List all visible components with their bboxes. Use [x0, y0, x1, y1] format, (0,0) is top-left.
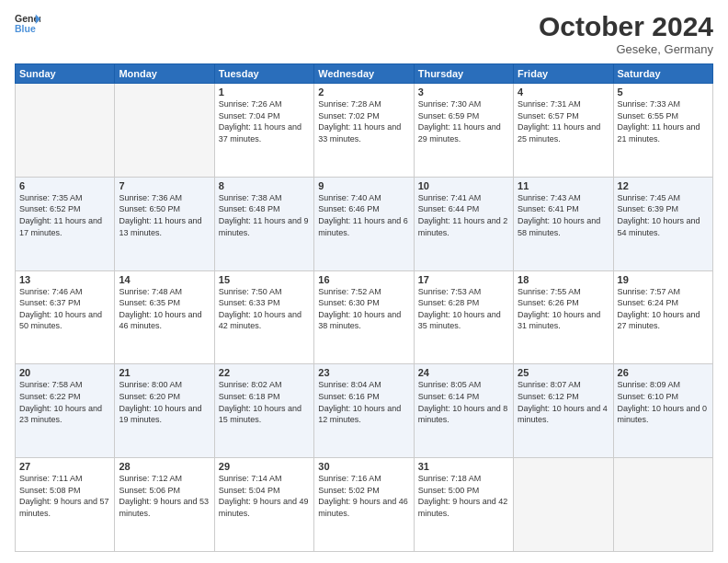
day-number: 4	[518, 86, 609, 98]
day-number: 5	[618, 86, 709, 98]
calendar: SundayMondayTuesdayWednesdayThursdayFrid…	[15, 63, 713, 552]
day-number: 3	[418, 86, 509, 98]
weekday-header-sunday: Sunday	[16, 64, 115, 84]
week-row-2: 6Sunrise: 7:35 AM Sunset: 6:52 PM Daylig…	[16, 177, 713, 270]
day-number: 11	[518, 180, 609, 191]
calendar-cell: 27Sunrise: 7:11 AM Sunset: 5:08 PM Dayli…	[16, 458, 115, 552]
day-detail: Sunrise: 7:58 AM Sunset: 6:22 PM Dayligh…	[19, 379, 110, 425]
calendar-cell: 14Sunrise: 7:48 AM Sunset: 6:35 PM Dayli…	[115, 270, 214, 364]
day-detail: Sunrise: 7:57 AM Sunset: 6:24 PM Dayligh…	[618, 286, 709, 332]
weekday-header-saturday: Saturday	[613, 64, 712, 84]
weekday-header-row: SundayMondayTuesdayWednesdayThursdayFrid…	[16, 64, 713, 84]
day-number: 2	[318, 86, 409, 98]
calendar-cell: 5Sunrise: 7:33 AM Sunset: 6:55 PM Daylig…	[613, 84, 712, 178]
day-detail: Sunrise: 7:26 AM Sunset: 7:04 PM Dayligh…	[219, 98, 310, 144]
week-row-4: 20Sunrise: 7:58 AM Sunset: 6:22 PM Dayli…	[16, 364, 713, 458]
day-number: 26	[618, 367, 709, 378]
day-number: 28	[119, 461, 210, 472]
day-number: 29	[219, 461, 310, 472]
calendar-cell: 28Sunrise: 7:12 AM Sunset: 5:06 PM Dayli…	[115, 458, 214, 552]
calendar-cell: 10Sunrise: 7:41 AM Sunset: 6:44 PM Dayli…	[414, 177, 513, 270]
weekday-header-monday: Monday	[115, 64, 214, 84]
day-detail: Sunrise: 7:28 AM Sunset: 7:02 PM Dayligh…	[318, 98, 409, 144]
calendar-cell: 29Sunrise: 7:14 AM Sunset: 5:04 PM Dayli…	[214, 458, 313, 552]
day-detail: Sunrise: 7:45 AM Sunset: 6:39 PM Dayligh…	[618, 192, 709, 238]
day-number: 19	[618, 274, 709, 285]
day-detail: Sunrise: 7:31 AM Sunset: 6:57 PM Dayligh…	[518, 98, 609, 144]
svg-text:Blue: Blue	[15, 23, 36, 34]
day-number: 21	[119, 367, 210, 378]
month-year: October 2024	[539, 11, 713, 42]
day-number: 9	[318, 180, 409, 191]
calendar-cell: 4Sunrise: 7:31 AM Sunset: 6:57 PM Daylig…	[514, 84, 613, 178]
day-number: 7	[119, 180, 210, 191]
logo: General Blue	[15, 11, 40, 37]
day-number: 14	[119, 274, 210, 285]
weekday-header-friday: Friday	[514, 64, 613, 84]
day-detail: Sunrise: 8:05 AM Sunset: 6:14 PM Dayligh…	[418, 379, 509, 425]
day-number: 31	[418, 461, 509, 472]
calendar-cell: 7Sunrise: 7:36 AM Sunset: 6:50 PM Daylig…	[115, 177, 214, 270]
calendar-cell	[16, 84, 115, 178]
day-detail: Sunrise: 7:50 AM Sunset: 6:33 PM Dayligh…	[219, 286, 310, 332]
day-detail: Sunrise: 7:40 AM Sunset: 6:46 PM Dayligh…	[318, 192, 409, 238]
calendar-cell	[613, 458, 712, 552]
day-detail: Sunrise: 7:33 AM Sunset: 6:55 PM Dayligh…	[618, 98, 709, 144]
calendar-cell: 18Sunrise: 7:55 AM Sunset: 6:26 PM Dayli…	[514, 270, 613, 364]
day-number: 25	[518, 367, 609, 378]
day-number: 18	[518, 274, 609, 285]
calendar-cell: 22Sunrise: 8:02 AM Sunset: 6:18 PM Dayli…	[214, 364, 313, 458]
day-number: 22	[219, 367, 310, 378]
title-block: October 2024 Geseke, Germany	[539, 11, 713, 56]
day-number: 16	[318, 274, 409, 285]
calendar-cell: 30Sunrise: 7:16 AM Sunset: 5:02 PM Dayli…	[314, 458, 414, 552]
calendar-cell: 25Sunrise: 8:07 AM Sunset: 6:12 PM Dayli…	[514, 364, 613, 458]
day-detail: Sunrise: 7:12 AM Sunset: 5:06 PM Dayligh…	[119, 473, 210, 519]
day-number: 12	[618, 180, 709, 191]
day-detail: Sunrise: 7:43 AM Sunset: 6:41 PM Dayligh…	[518, 192, 609, 238]
calendar-cell: 3Sunrise: 7:30 AM Sunset: 6:59 PM Daylig…	[414, 84, 513, 178]
day-number: 1	[219, 86, 310, 98]
day-detail: Sunrise: 8:00 AM Sunset: 6:20 PM Dayligh…	[119, 379, 210, 425]
weekday-header-thursday: Thursday	[414, 64, 513, 84]
calendar-cell: 1Sunrise: 7:26 AM Sunset: 7:04 PM Daylig…	[214, 84, 313, 178]
day-detail: Sunrise: 7:36 AM Sunset: 6:50 PM Dayligh…	[119, 192, 210, 238]
calendar-cell: 15Sunrise: 7:50 AM Sunset: 6:33 PM Dayli…	[214, 270, 313, 364]
day-detail: Sunrise: 7:14 AM Sunset: 5:04 PM Dayligh…	[219, 473, 310, 519]
day-detail: Sunrise: 8:02 AM Sunset: 6:18 PM Dayligh…	[219, 379, 310, 425]
week-row-1: 1Sunrise: 7:26 AM Sunset: 7:04 PM Daylig…	[16, 84, 713, 178]
day-number: 23	[318, 367, 409, 378]
calendar-cell: 20Sunrise: 7:58 AM Sunset: 6:22 PM Dayli…	[16, 364, 115, 458]
header: General Blue October 2024 Geseke, German…	[15, 11, 713, 56]
day-number: 8	[219, 180, 310, 191]
calendar-cell: 12Sunrise: 7:45 AM Sunset: 6:39 PM Dayli…	[613, 177, 712, 270]
calendar-cell: 19Sunrise: 7:57 AM Sunset: 6:24 PM Dayli…	[613, 270, 712, 364]
weekday-header-tuesday: Tuesday	[214, 64, 313, 84]
day-detail: Sunrise: 7:52 AM Sunset: 6:30 PM Dayligh…	[318, 286, 409, 332]
calendar-cell: 24Sunrise: 8:05 AM Sunset: 6:14 PM Dayli…	[414, 364, 513, 458]
day-detail: Sunrise: 7:11 AM Sunset: 5:08 PM Dayligh…	[19, 473, 110, 519]
calendar-cell: 13Sunrise: 7:46 AM Sunset: 6:37 PM Dayli…	[16, 270, 115, 364]
day-number: 15	[219, 274, 310, 285]
calendar-cell: 23Sunrise: 8:04 AM Sunset: 6:16 PM Dayli…	[314, 364, 414, 458]
day-detail: Sunrise: 7:48 AM Sunset: 6:35 PM Dayligh…	[119, 286, 210, 332]
day-detail: Sunrise: 7:46 AM Sunset: 6:37 PM Dayligh…	[19, 286, 110, 332]
day-detail: Sunrise: 8:07 AM Sunset: 6:12 PM Dayligh…	[518, 379, 609, 425]
day-detail: Sunrise: 7:55 AM Sunset: 6:26 PM Dayligh…	[518, 286, 609, 332]
calendar-cell: 11Sunrise: 7:43 AM Sunset: 6:41 PM Dayli…	[514, 177, 613, 270]
day-detail: Sunrise: 8:04 AM Sunset: 6:16 PM Dayligh…	[318, 379, 409, 425]
calendar-cell: 6Sunrise: 7:35 AM Sunset: 6:52 PM Daylig…	[16, 177, 115, 270]
calendar-cell: 8Sunrise: 7:38 AM Sunset: 6:48 PM Daylig…	[214, 177, 313, 270]
day-number: 13	[19, 274, 110, 285]
calendar-cell: 26Sunrise: 8:09 AM Sunset: 6:10 PM Dayli…	[613, 364, 712, 458]
day-detail: Sunrise: 7:53 AM Sunset: 6:28 PM Dayligh…	[418, 286, 509, 332]
calendar-cell	[115, 84, 214, 178]
day-number: 20	[19, 367, 110, 378]
calendar-cell: 9Sunrise: 7:40 AM Sunset: 6:46 PM Daylig…	[314, 177, 414, 270]
location: Geseke, Germany	[539, 42, 713, 56]
day-number: 27	[19, 461, 110, 472]
day-number: 17	[418, 274, 509, 285]
day-number: 6	[19, 180, 110, 191]
day-detail: Sunrise: 7:18 AM Sunset: 5:00 PM Dayligh…	[418, 473, 509, 519]
week-row-5: 27Sunrise: 7:11 AM Sunset: 5:08 PM Dayli…	[16, 458, 713, 552]
